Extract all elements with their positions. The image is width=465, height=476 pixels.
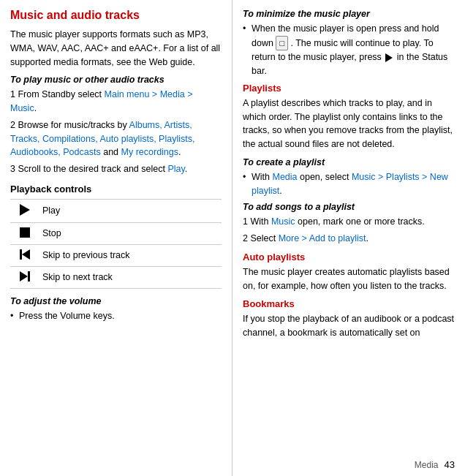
stop-icon [20, 227, 30, 238]
volume-bullet: Press the Volume keys. [10, 309, 222, 323]
play-icon-cell [10, 199, 39, 222]
add-step-1: 1 With Music open, mark one or more trac… [243, 215, 455, 229]
minimize-heading: To minimize the music player [243, 9, 455, 19]
left-column: Music and audio tracks The music player … [0, 0, 232, 476]
next-track-icon [20, 271, 30, 282]
next-label: Skip to next track [39, 266, 222, 288]
add-to-playlist-link: More > Add to playlist [279, 233, 366, 243]
prev-label: Skip to previous track [39, 244, 222, 266]
play-icon [20, 204, 30, 216]
my-recordings-link: My recordings [121, 147, 179, 157]
intro-text: The music player supports formats such a… [10, 28, 222, 69]
page-footer: Media 43 [415, 459, 455, 470]
page-number: 43 [445, 459, 455, 470]
right-column: To minimize the music player When the mu… [232, 0, 465, 476]
prev-icon-cell [10, 244, 39, 266]
music-link: Music [271, 216, 295, 227]
prev-row: Skip to previous track [10, 244, 222, 266]
playback-controls-heading: Playback controls [10, 184, 222, 196]
add-songs-heading: To add songs to a playlist [243, 202, 455, 212]
step-2: 2 Browse for music/tracks by Albums, Art… [10, 118, 222, 159]
auto-playlists-heading: Auto playlists [243, 252, 455, 262]
auto-desc: The music player creates automatic playl… [243, 265, 455, 293]
volume-heading: To adjust the volume [10, 296, 222, 306]
play-label: Play [39, 199, 222, 222]
playback-controls-table: Play Stop Skip to previous trac [10, 199, 222, 289]
playlists-desc: A playlist describes which tracks to pla… [243, 97, 455, 151]
step-3: 3 Scroll to the desired track and select… [10, 162, 222, 176]
main-title: Music and audio tracks [10, 9, 222, 22]
add-step-2: 2 Select More > Add to playlist. [243, 232, 455, 246]
status-play-icon [385, 53, 393, 62]
media-link: Media [272, 172, 297, 182]
create-playlist-heading: To create a playlist [243, 157, 455, 167]
next-row: Skip to next track [10, 266, 222, 288]
create-playlist-bullet: With Media open, select Music > Playlist… [243, 170, 455, 198]
prev-track-icon [20, 249, 30, 260]
footer-media-label: Media [415, 460, 439, 470]
next-bar [28, 271, 30, 282]
stop-row: Stop [10, 222, 222, 244]
stop-label: Stop [39, 222, 222, 244]
bookmarks-heading: Bookmarks [243, 298, 455, 309]
minimize-bullet: When the music player is open press and … [243, 22, 455, 78]
next-triangle [20, 271, 28, 282]
step-1: 1 From Standby select Main menu > Media … [10, 88, 222, 116]
play-row: Play [10, 199, 222, 222]
bookmarks-desc: If you stop the playback of an audibook … [243, 312, 455, 340]
hold-key: □ [276, 36, 288, 51]
play-link: Play [167, 164, 184, 174]
next-icon-cell [10, 266, 39, 288]
playlists-heading: Playlists [243, 83, 455, 94]
stop-icon-cell [10, 222, 39, 244]
play-audio-heading: To play music or other audio tracks [10, 75, 222, 85]
prev-triangle [22, 249, 30, 260]
